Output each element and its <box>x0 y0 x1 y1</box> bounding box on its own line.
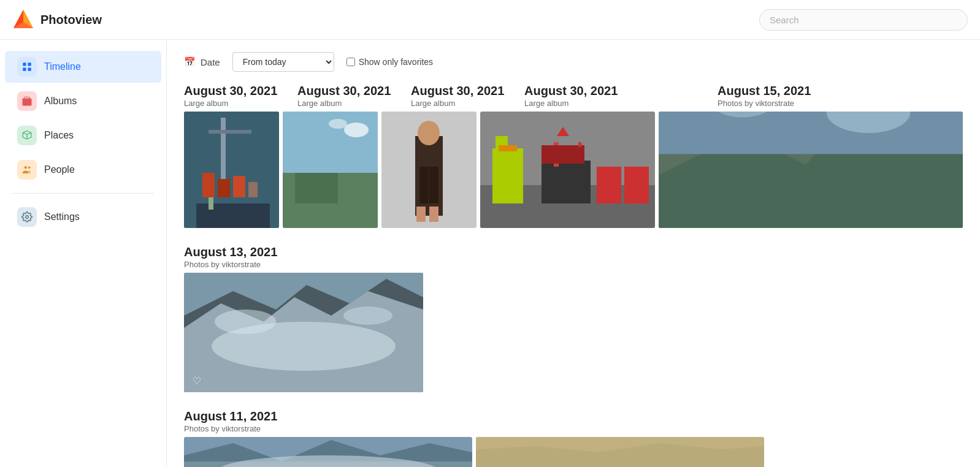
filters-row: 📅 Date From today From last week From la… <box>184 52 963 72</box>
svg-rect-3 <box>23 63 26 66</box>
date-section: 📅 Date <box>184 56 220 67</box>
albums-icon <box>17 91 37 111</box>
nav-divider <box>12 193 154 194</box>
sidebar-item-albums[interactable]: Albums <box>5 85 161 117</box>
svg-rect-4 <box>28 63 31 66</box>
svg-point-9 <box>25 166 28 169</box>
svg-rect-45 <box>624 167 649 203</box>
svg-text:♡: ♡ <box>193 376 201 386</box>
group-subtitle: Large album <box>297 99 392 108</box>
svg-rect-19 <box>196 203 270 228</box>
app-logo <box>12 9 34 31</box>
sidebar-item-people[interactable]: People <box>5 154 161 186</box>
group-date: August 30, 2021 <box>297 84 392 98</box>
search-input[interactable] <box>759 9 968 31</box>
app-title: Photoview <box>40 13 102 27</box>
people-icon <box>17 160 37 180</box>
sidebar: Timeline Albums Places People Settings <box>0 40 167 467</box>
layout: Timeline Albums Places People Settings <box>0 40 980 467</box>
svg-rect-18 <box>248 182 258 197</box>
favorites-label-text: Show only favorites <box>359 57 433 67</box>
logo-area: Photoview <box>12 9 102 31</box>
svg-rect-44 <box>597 167 621 203</box>
date-dropdown[interactable]: From today From last week From last mont… <box>232 52 334 72</box>
svg-rect-16 <box>218 179 230 197</box>
settings-icon <box>17 207 37 227</box>
timeline-icon <box>17 57 37 77</box>
photo-group-aug30: August 30, 2021 Large album August 30, 2… <box>184 84 963 228</box>
group-subtitle: Photos by viktorstrate <box>184 424 963 433</box>
group-date: August 30, 2021 <box>411 84 506 98</box>
photo-thumb[interactable] <box>480 112 655 228</box>
svg-rect-7 <box>23 99 32 106</box>
places-label: Places <box>44 130 74 141</box>
svg-point-61 <box>215 309 276 334</box>
settings-label: Settings <box>44 211 80 222</box>
search-bar[interactable] <box>759 9 968 31</box>
photos-row <box>184 437 963 467</box>
svg-rect-36 <box>416 207 426 222</box>
svg-point-11 <box>26 216 29 219</box>
svg-point-30 <box>329 119 347 129</box>
svg-rect-43 <box>542 161 591 203</box>
photo-group-aug11: August 11, 2021 Photos by viktorstrate <box>184 409 963 467</box>
group-header: August 13, 2021 Photos by viktorstrate <box>184 245 963 269</box>
svg-rect-17 <box>233 176 245 197</box>
photos-row <box>184 112 963 228</box>
group-subtitle: Large album <box>411 99 506 108</box>
favorites-filter[interactable]: Show only favorites <box>346 57 433 67</box>
svg-rect-42 <box>499 145 517 151</box>
photo-thumb[interactable] <box>184 437 472 467</box>
group-subtitle: Photos by viktorstrate <box>718 99 963 108</box>
sidebar-item-timeline[interactable]: Timeline <box>5 51 161 83</box>
svg-point-10 <box>28 166 31 169</box>
calendar-icon: 📅 <box>184 56 196 67</box>
svg-rect-20 <box>209 197 213 210</box>
group-subtitle: Large album <box>184 99 279 108</box>
people-label: People <box>44 164 75 175</box>
svg-rect-5 <box>23 68 26 71</box>
svg-rect-32 <box>415 136 443 216</box>
sidebar-item-places[interactable]: Places <box>5 120 161 151</box>
svg-rect-14 <box>209 130 251 134</box>
main-content: 📅 Date From today From last week From la… <box>167 40 980 467</box>
svg-rect-34 <box>419 167 429 203</box>
albums-label: Albums <box>44 96 77 107</box>
svg-rect-71 <box>476 437 764 467</box>
group-subtitle: Large album <box>524 99 699 108</box>
photo-group-aug13: August 13, 2021 Photos by viktorstrate ♡ <box>184 245 963 392</box>
favorites-checkbox[interactable] <box>346 58 355 66</box>
photo-thumb[interactable] <box>283 112 378 228</box>
svg-rect-28 <box>283 112 378 173</box>
date-label: Date <box>201 57 220 67</box>
group-subtitle: Photos by viktorstrate <box>184 260 963 269</box>
svg-point-62 <box>343 306 392 325</box>
photo-thumb[interactable] <box>476 437 764 467</box>
svg-rect-6 <box>28 68 31 71</box>
places-icon <box>17 126 37 145</box>
svg-rect-37 <box>429 207 438 222</box>
svg-rect-15 <box>202 173 215 197</box>
sidebar-item-settings[interactable]: Settings <box>5 201 161 233</box>
photo-thumb[interactable] <box>659 112 963 228</box>
svg-point-29 <box>344 123 369 137</box>
svg-rect-35 <box>429 167 438 203</box>
photo-thumb[interactable] <box>184 112 279 228</box>
group-date: August 30, 2021 <box>184 84 279 98</box>
header: Photoview <box>0 0 980 40</box>
group-date: August 15, 2021 <box>718 84 963 98</box>
photo-thumb[interactable] <box>381 112 477 228</box>
group-header: August 11, 2021 Photos by viktorstrate <box>184 409 963 433</box>
photos-row: ♡ <box>184 273 963 392</box>
group-date: August 13, 2021 <box>184 245 963 259</box>
svg-rect-40 <box>492 148 523 203</box>
photo-thumb[interactable]: ♡ <box>184 273 423 392</box>
svg-rect-53 <box>659 112 963 154</box>
timeline-label: Timeline <box>44 61 81 72</box>
svg-rect-47 <box>542 145 584 164</box>
group-date: August 11, 2021 <box>184 409 963 423</box>
svg-rect-49 <box>578 142 581 147</box>
svg-point-33 <box>418 121 440 145</box>
group-date: August 30, 2021 <box>524 84 699 98</box>
